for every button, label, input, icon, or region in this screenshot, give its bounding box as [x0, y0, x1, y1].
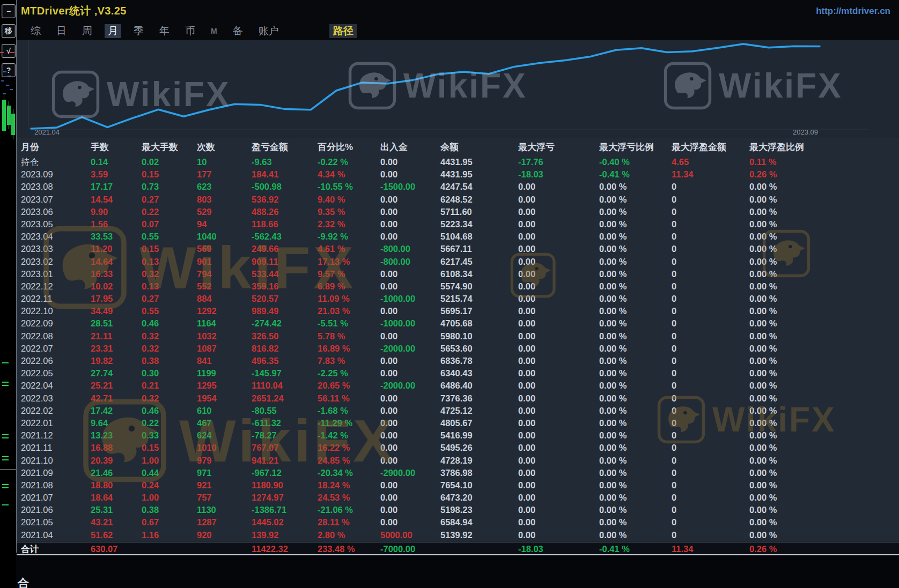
- website-link[interactable]: http://mtdriver.cn: [816, 6, 890, 17]
- cell-max-float-profit-pct: 0.11 %: [749, 156, 899, 168]
- table-row-2021.06: 2021.0625.310.381130-1386.71-21.06 %0.00…: [17, 504, 899, 516]
- menu-item-quarterly[interactable]: 季: [130, 24, 147, 38]
- menu-item-currency[interactable]: 币: [182, 24, 198, 38]
- cell-max-float-loss-pct: 0.00 %: [599, 379, 672, 392]
- cell-cashflow: 0.00: [380, 206, 440, 218]
- decoration-mark: [10, 52, 14, 53]
- cell-pnl: 496.35: [252, 355, 318, 367]
- cell-max-float-loss: 0.00: [518, 193, 599, 206]
- cell-pct: -1.42 %: [318, 429, 380, 442]
- cell-max-lots: 0.32: [142, 330, 197, 343]
- cell-balance: 5711.60: [440, 206, 518, 218]
- column-header-month: 月份: [21, 138, 91, 156]
- cell-pct: 11.09 %: [318, 293, 380, 305]
- cell-trades: 901: [197, 256, 252, 268]
- cell-pnl: 1445.02: [252, 516, 318, 529]
- menu-item-weekly[interactable]: 周: [79, 24, 95, 38]
- cell-max-float-profit-pct: 0.00 %: [749, 417, 899, 429]
- cell-lots: 25.31: [91, 504, 142, 516]
- table-row-2022.10: 2022.1034.490.551292989.4921.03 %0.00569…: [17, 305, 899, 317]
- cell-max-float-profit-pct: 0.00 %: [749, 479, 899, 492]
- cell-pct: 20.65 %: [318, 379, 380, 392]
- cell-month: 持仓: [21, 156, 91, 168]
- check-button[interactable]: √: [2, 44, 16, 58]
- decoration-mark: [7, 106, 11, 125]
- cell-balance: 5139.92: [440, 529, 518, 541]
- cell-max-float-loss: 0.00: [518, 429, 599, 442]
- cell-max-float-profit: 0: [672, 367, 749, 379]
- cell-cashflow: 0.00: [380, 429, 440, 442]
- menu-item-account[interactable]: 账户: [255, 24, 282, 38]
- table-row-2022.05: 2022.0527.740.301199-145.97-2.25 %0.0063…: [17, 367, 899, 379]
- title-bar: MTDriver统计 ,V3.25 http://mtdriver.cn: [17, 0, 899, 22]
- table-row-2023.03: 2023.0311.200.15569249.664.61 %-800.0056…: [17, 243, 899, 255]
- move-button[interactable]: 移: [2, 24, 16, 38]
- menu-item-yearly[interactable]: 年: [156, 24, 173, 38]
- cell-max-float-loss-pct: 0.00 %: [599, 492, 672, 504]
- cell-balance: 5198.23: [440, 504, 518, 516]
- cell-trades: 467: [197, 417, 252, 429]
- cell-pct: 2.32 %: [318, 218, 380, 230]
- cell-max-float-loss: 0.00: [518, 479, 599, 492]
- cell-cashflow: 0.00: [380, 417, 440, 429]
- decoration-mark: [6, 85, 9, 86]
- cell-balance: 6473.20: [440, 492, 518, 504]
- table-row-2021.12: 2021.1213.230.33624-78.27-1.42 %0.005416…: [17, 429, 899, 442]
- cell-max-float-profit: 11.34: [672, 542, 749, 554]
- cell-pnl: 1180.90: [252, 479, 318, 492]
- cell-cashflow: -2900.00: [380, 467, 440, 479]
- cell-balance: 5653.60: [440, 343, 518, 355]
- cell-max-float-loss-pct: 0.00 %: [599, 529, 672, 541]
- cell-pnl: 989.49: [252, 305, 318, 317]
- cell-trades: 94: [197, 218, 252, 230]
- cell-pct: 24.53 %: [318, 492, 380, 504]
- cell-lots: 10.02: [91, 280, 142, 293]
- menu-item-monthly[interactable]: 月: [105, 24, 121, 38]
- table-row-2021.05: 2021.0543.210.6712871445.0228.11 %0.0065…: [17, 516, 899, 529]
- cell-max-float-loss-pct: 0.00 %: [599, 479, 672, 492]
- cell-max-lots: 0.15: [142, 442, 197, 454]
- cell-cashflow: 0.00: [380, 268, 440, 280]
- cell-max-float-profit-pct: 0.00 %: [749, 516, 899, 529]
- cell-max-lots: 0.15: [142, 168, 197, 181]
- cell-max-lots: 0.24: [142, 479, 197, 492]
- decoration-mark: [0, 469, 16, 470]
- cell-pct: 7.83 %: [318, 355, 380, 367]
- cell-max-float-loss: 0.00: [518, 516, 599, 529]
- cell-pnl: -78.27: [252, 429, 318, 442]
- cell-pct: 233.48 %: [318, 542, 380, 554]
- decoration-mark: [2, 385, 9, 386]
- cell-max-float-profit: 0: [672, 293, 749, 305]
- menu-item-remark[interactable]: 备: [230, 24, 246, 38]
- cell-cashflow: 0.00: [380, 367, 440, 379]
- cell-balance: [440, 542, 518, 554]
- cell-max-float-loss-pct: 0.00 %: [599, 355, 672, 367]
- menu-item-M[interactable]: M: [208, 24, 220, 38]
- cell-cashflow: 0.00: [380, 392, 440, 405]
- cell-max-float-loss-pct: 0.00 %: [599, 256, 672, 268]
- cell-pnl: -274.42: [252, 317, 318, 330]
- menu-item-summary[interactable]: 综: [27, 24, 44, 38]
- cell-max-float-loss: 0.00: [518, 355, 599, 367]
- minimize-button[interactable]: −: [2, 4, 16, 18]
- table-row-2022.06: 2022.0619.820.38841496.357.83 %0.006836.…: [17, 355, 899, 367]
- cell-pnl: 2651.24: [252, 392, 318, 405]
- cell-lots: 23.31: [91, 343, 142, 355]
- cell-max-lots: 0.30: [142, 367, 197, 379]
- cell-max-float-loss: -17.76: [518, 156, 599, 168]
- menu-item-path[interactable]: 路径: [329, 24, 357, 38]
- cell-trades: 569: [197, 243, 252, 255]
- cell-pct: 6.89 %: [318, 280, 380, 293]
- cell-max-lots: 0.38: [142, 355, 197, 367]
- menu-item-daily[interactable]: 日: [53, 24, 70, 38]
- cell-max-lots: 0.55: [142, 230, 197, 243]
- cell-max-float-loss-pct: 0.00 %: [599, 230, 672, 243]
- cell-month: 2022.09: [21, 317, 91, 330]
- cell-max-float-profit-pct: 0.26 %: [749, 168, 899, 181]
- cell-max-float-profit-pct: 0.00 %: [749, 218, 899, 230]
- cell-max-float-profit: 0: [672, 218, 749, 230]
- cell-month: 2023.05: [21, 218, 91, 230]
- decoration-mark: [2, 484, 9, 485]
- table-header-row: 月份手数最大手数次数盈亏金额百分比%出入金余额最大浮亏最大浮亏比例最大浮盈金额最…: [17, 138, 899, 156]
- column-header-balance: 余额: [440, 138, 518, 156]
